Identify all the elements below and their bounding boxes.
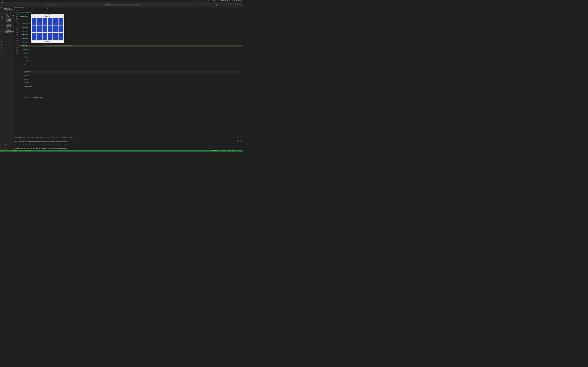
terminal-item[interactable]: ›_Run: App — [237, 141, 242, 142]
more-actions-icon[interactable]: ⋯ — [241, 4, 242, 5]
command-center[interactable]: ⌕ Match Cards — [104, 4, 140, 6]
nav-forward-icon[interactable]: → — [27, 4, 29, 6]
panel-tab-output[interactable]: OUTPUT — [23, 137, 26, 138]
card-button[interactable] — [37, 25, 42, 33]
tree-file[interactable]: ▧ace2.png — [3, 18, 15, 20]
database2-activity-icon[interactable]: ⛃ — [1, 52, 3, 54]
menubar-app-name[interactable]: App — [1, 0, 3, 1]
breadcrumbs[interactable]: src› ⚙Language Support for Java(TM) by R… — [15, 8, 243, 10]
siri-icon[interactable]: ✦ — [212, 0, 213, 1]
project-activity-icon[interactable]: ☷ — [1, 46, 3, 48]
card-button[interactable] — [42, 33, 47, 40]
card-button[interactable] — [58, 25, 63, 33]
panel-tab-postman-console[interactable]: POSTMAN CONSOLE — [51, 137, 59, 138]
tree-file[interactable]: ▧king4.png — [3, 28, 15, 30]
cloud-icon[interactable]: ☁ — [192, 0, 193, 1]
cloud-icon[interactable]: ☁ — [190, 0, 191, 1]
debug-restart-icon[interactable]: ↻ — [55, 5, 57, 6]
test-activity-icon[interactable]: 🧪 — [1, 43, 3, 45]
copilot-icon[interactable]: 👤▾ — [216, 4, 218, 6]
panel-tab-sql-console[interactable]: SQL CONSOLE — [44, 137, 50, 138]
open-editor-item[interactable]: ● ◧ MatchCards.java src 9+ — [3, 9, 15, 10]
headphones-icon[interactable]: 🎧 — [201, 0, 202, 1]
battery-percent[interactable]: 80% — [222, 0, 224, 1]
tool-icon[interactable]: ⎙ — [195, 0, 197, 1]
cloud-icon[interactable]: ☁ — [186, 0, 188, 1]
debug-stop-icon[interactable]: ■ — [57, 5, 58, 6]
more-icon[interactable]: ⋯ — [239, 137, 239, 138]
search-activity-icon[interactable] — [1, 10, 3, 12]
database-activity-icon[interactable]: ⛁ — [1, 31, 3, 33]
thermometer-icon[interactable]: 🌡 — [203, 0, 204, 1]
keyboard-icon[interactable]: US — [213, 0, 215, 1]
tree-folder-bin[interactable]: ›🗀bin — [3, 13, 15, 14]
tree-file[interactable]: ▧king3.png — [3, 27, 15, 28]
split-terminal-icon[interactable]: ▯▯ — [236, 137, 237, 138]
card-button[interactable] — [37, 18, 42, 25]
bluetooth-icon[interactable]: ⧓ — [199, 0, 200, 1]
panel-tab-comments[interactable]: COMMENTS — [69, 137, 73, 138]
record-icon[interactable]: ● — [184, 0, 186, 1]
remote-activity-icon[interactable]: ⎚ — [1, 22, 3, 24]
card-button[interactable] — [53, 18, 58, 25]
terminal-output[interactable]: [king4, king1, king2, ace4, king1, king3… — [15, 138, 236, 151]
trash-icon[interactable]: 🗑 — [237, 137, 238, 138]
source-control-activity-icon[interactable] — [1, 13, 3, 15]
card-button[interactable] — [42, 18, 47, 25]
card-button[interactable] — [37, 33, 42, 40]
todo-activity-icon[interactable]: ✓ — [1, 37, 3, 39]
play-icon[interactable]: ▷ — [210, 0, 211, 1]
close-window-button[interactable] — [1, 2, 1, 3]
status-go-live[interactable]: 📡 Go Live — [232, 150, 236, 151]
close-panel-icon[interactable]: ✕ — [242, 137, 242, 138]
control-center-icon[interactable]: ⚌ — [232, 0, 233, 1]
tree-file-readme[interactable]: ⓘREADME.md — [3, 32, 15, 33]
tree-file[interactable]: ▧joker.png — [3, 23, 15, 25]
panel-tab-terminal[interactable]: TERMINAL — [35, 137, 39, 138]
run-icon[interactable]: ▷ — [238, 4, 239, 5]
brain-icon[interactable]: ※ — [217, 0, 218, 1]
status-eol[interactable]: LF — [226, 150, 227, 151]
debug-step-into-icon[interactable]: ↓ — [52, 5, 53, 6]
card-button[interactable] — [58, 33, 63, 40]
tree-file-app-java[interactable]: ◧App.java2 — [3, 30, 15, 31]
tree-file[interactable]: ▧king2.png — [3, 26, 15, 27]
accounts-activity-icon[interactable] — [1, 144, 3, 146]
live-activity-icon[interactable]: ◐ — [1, 40, 3, 42]
editor-tab[interactable]: ◧ MatchCards.java 9+ — [15, 6, 26, 8]
new-terminal-icon[interactable]: + — [233, 137, 234, 138]
debug-more-icon[interactable]: ▾ — [59, 5, 60, 6]
tree-file[interactable]: ▧king1.png — [3, 25, 15, 26]
java-projects-section[interactable]: ›JAVA PROJECTS — [3, 149, 15, 150]
debug-pause-icon[interactable]: ❚❚ — [48, 5, 49, 6]
status-cursor-position[interactable]: Ln 138, Col 27 — [212, 150, 217, 151]
swing-titlebar[interactable]: Match Cards — [31, 14, 64, 16]
debug-step-over-icon[interactable]: ↷ — [50, 5, 51, 6]
explorer-activity-icon[interactable] — [1, 7, 3, 8]
card-button[interactable] — [32, 25, 37, 33]
card-button[interactable] — [48, 33, 52, 40]
debug-step-out-icon[interactable]: ↑ — [53, 5, 55, 6]
tree-file-matchcards-java[interactable]: ◧MatchCards.java9+ — [3, 31, 15, 32]
card-button[interactable] — [48, 25, 52, 33]
status-encoding[interactable]: UTF-8 — [223, 150, 225, 151]
card-button[interactable] — [58, 18, 63, 25]
status-java[interactable]: 👍 Java: Ready — [41, 150, 46, 151]
card-button[interactable] — [48, 18, 52, 25]
run-debug-activity-icon[interactable]: 1 — [1, 16, 3, 18]
tree-folder-src[interactable]: ⌄🗀src — [3, 15, 15, 16]
chart-icon[interactable]: ≡ — [204, 0, 206, 1]
locate-icon[interactable]: ◎ — [215, 0, 216, 1]
tree-folder-lib[interactable]: ›🗀lib — [3, 14, 15, 15]
bookmark-activity-icon[interactable]: 🔖 — [1, 49, 3, 51]
explorer-more-icon[interactable]: ⋯ — [13, 7, 13, 8]
node-icon[interactable]: ◉ — [197, 0, 199, 1]
layout-icon[interactable] — [236, 4, 237, 5]
docker-activity-icon[interactable]: 🐳 — [1, 25, 3, 27]
panel-tab-problems[interactable]: PROBLEMS 14 — [15, 137, 22, 138]
status-prettier[interactable]: ✓ Prettier — [237, 150, 241, 151]
nav-back-icon[interactable]: ← — [25, 4, 26, 6]
card-button[interactable] — [53, 25, 58, 33]
tree-folder-vscode[interactable]: ›🗀.vscode — [3, 11, 15, 13]
app-icon[interactable]: ▣ — [194, 0, 195, 1]
